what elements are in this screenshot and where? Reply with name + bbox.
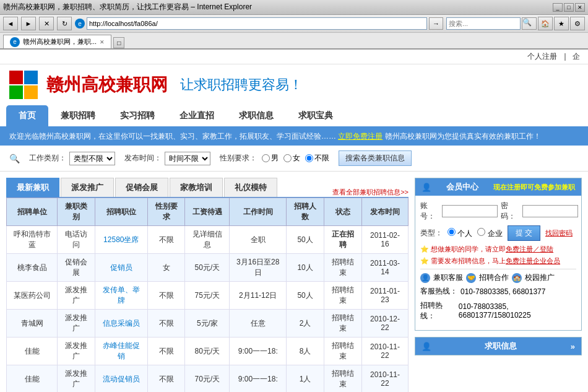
position-link[interactable]: 流动促销员 [103, 375, 140, 383]
cell-count: 8人 [287, 338, 324, 365]
cell-count: 1人 [287, 365, 324, 393]
welcome-after-text: 赣州高校兼职网为您提供真实有效的兼职工作！ [385, 132, 541, 141]
nav-item-direct[interactable]: 企业直招 [167, 105, 227, 126]
job-type-label: 工作类别： [29, 153, 66, 163]
register-login-link[interactable]: 免费注册／登陆 [506, 245, 553, 253]
member-note-2: ⭐ 需要发布招聘信息，马上免费注册企业会员 [420, 256, 576, 266]
gender-male-radio[interactable] [262, 154, 270, 162]
type-personal-label[interactable]: 个人 [447, 228, 472, 239]
type-enterprise-label[interactable]: 企业 [477, 228, 502, 239]
position-link[interactable]: 促销员 [110, 263, 132, 272]
view-all-link[interactable]: 查看全部兼职招聘信息>> [332, 188, 409, 197]
tab-close-button[interactable]: ✕ [100, 39, 105, 45]
site-slogan: 让求职招聘更容易！ [180, 76, 303, 94]
position-link[interactable]: 赤峰佳能促销 [103, 341, 140, 360]
forward-button[interactable]: ► [21, 17, 36, 30]
job-tab-tutoring[interactable]: 家教培训 [170, 178, 223, 197]
search-main-button[interactable]: 搜索各类兼职信息 [339, 150, 412, 166]
find-password-link[interactable]: 找回密码 [545, 229, 573, 238]
browser-search-input[interactable] [446, 17, 521, 30]
main-content: 最新兼职 派发推广 促销会展 家教培训 礼仪模特 查看全部兼职招聘信息>> 招聘… [6, 178, 409, 392]
post-time-label: 发布时间： [124, 153, 162, 163]
browser-search-button[interactable]: 🔍 [522, 17, 537, 30]
job-tab-promo[interactable]: 派发推广 [61, 178, 114, 197]
post-time-select[interactable]: 时间不限 今天 三天内 一周内 [165, 152, 210, 165]
type-enterprise-radio[interactable] [477, 228, 485, 236]
col-count: 招聘人数 [287, 198, 324, 226]
col-category: 兼职类别 [58, 198, 95, 226]
search-bar: 🔍 🏠 ★ ⚙ [446, 17, 585, 30]
cell-gender: 不限 [147, 365, 185, 393]
refresh-button[interactable]: ↻ [57, 17, 72, 30]
table-row[interactable]: 呼和浩特市蓝 电话访问 12580坐席 不限 见详细信息 全职 50人 正在招聘… [7, 226, 409, 254]
position-link[interactable]: 信息采编员 [103, 319, 140, 328]
cell-company: 佳能 [7, 338, 58, 365]
cell-salary: 见详细信息 [185, 226, 230, 254]
restore-button[interactable]: □ [564, 3, 574, 12]
job-type-select[interactable]: 类型不限 促销会展 派发推广 家教培训 礼仪模特 [69, 152, 115, 165]
nav-bar: 首页 兼职招聘 实习招聘 企业直招 求职信息 求职宝典 [0, 105, 588, 128]
campus-promo-icon: 🏫 [512, 273, 522, 283]
close-button[interactable]: ✕ [575, 3, 585, 12]
new-tab-button[interactable]: □ [113, 37, 124, 48]
gender-female-radio[interactable] [283, 154, 292, 162]
job-tab-latest[interactable]: 最新兼职 [6, 178, 59, 197]
enterprise-register-link[interactable]: 免费注册企业会员 [506, 257, 560, 264]
enterprise-link[interactable]: 企 [573, 52, 580, 61]
table-row[interactable]: 佳能 派发推广 赤峰佳能促销 不限 80元/天 9:00一一18: 8人 招聘结… [7, 338, 409, 365]
gender-female-label[interactable]: 女 [283, 153, 300, 163]
favorites-button[interactable]: ★ [554, 17, 569, 30]
nav-item-guide[interactable]: 求职宝典 [286, 105, 345, 126]
gender-field: 性别要求： 男 女 不限 [220, 153, 329, 163]
position-link[interactable]: 12580坐席 [103, 235, 139, 244]
register-link[interactable]: 立即免费注册 [338, 132, 383, 141]
recruit-cooperate-icon: 🤝 [466, 273, 476, 283]
cell-category: 促销会展 [58, 254, 95, 282]
campus-promo-label: 校园推广 [525, 272, 555, 283]
nav-item-internship[interactable]: 实习招聘 [108, 105, 167, 126]
nav-item-resume[interactable]: 求职信息 [227, 105, 286, 126]
job-tab-sales[interactable]: 促销会展 [115, 178, 168, 197]
cell-category: 派发推广 [58, 338, 95, 365]
nav-item-parttime[interactable]: 兼职招聘 [48, 105, 108, 126]
back-button[interactable]: ◄ [3, 17, 18, 30]
cell-company: 青城网 [7, 310, 58, 338]
gender-male-label[interactable]: 男 [262, 153, 279, 163]
logo-block-yellow [24, 85, 38, 99]
table-row[interactable]: 桃李食品 促销会展 促销员 女 50元/天 3月16日至28日 10人 招聘结束… [7, 254, 409, 282]
account-row: 账号： 密码： [420, 201, 576, 222]
password-input[interactable] [522, 205, 578, 217]
cell-position: 赤峰佳能促销 [95, 338, 148, 365]
minimize-button[interactable]: _ [553, 3, 563, 12]
tools-button[interactable]: ⚙ [570, 17, 585, 30]
personal-register-link[interactable]: 个人注册 [527, 52, 557, 61]
table-row[interactable]: 青城网 派发推广 信息采编员 不限 5元/家 任意 2人 招聘结束 2010-1… [7, 310, 409, 338]
home-button[interactable]: 🏠 [538, 17, 553, 30]
nav-item-home[interactable]: 首页 [6, 105, 48, 126]
job-tabs-header: 最新兼职 派发推广 促销会展 家教培训 礼仪模特 查看全部兼职招聘信息>> [6, 178, 409, 198]
login-submit-button[interactable]: 提 交 [508, 225, 540, 241]
site-title: 赣州高校兼职网 [46, 73, 168, 97]
cell-category: 电话访问 [58, 226, 95, 254]
account-input[interactable] [442, 205, 498, 217]
browser-title: 赣州高校兼职网，兼职招聘、求职简历，让找工作更容易 – Internet Exp… [3, 2, 252, 12]
table-row[interactable]: 某医药公司 派发推广 发传单、举牌 不限 75元/天 2月11-12日 50人 … [7, 282, 409, 310]
gender-any-label[interactable]: 不限 [305, 153, 329, 163]
col-position: 招聘职位 [95, 198, 148, 226]
browser-tab-active[interactable]: e 赣州高校兼职网，兼职... ✕ [3, 35, 111, 48]
cell-salary: 5元/家 [185, 310, 230, 338]
parttime-service-label: 兼职客服 [433, 272, 463, 283]
address-input[interactable] [87, 17, 427, 30]
position-link[interactable]: 发传单、举牌 [103, 285, 140, 305]
table-row[interactable]: 佳能 派发推广 流动促销员 不限 70元/天 9:00一一18: 1人 招聘结束… [7, 365, 409, 393]
job-tab-ceremony[interactable]: 礼仪模特 [224, 178, 277, 197]
cell-gender: 不限 [147, 338, 185, 365]
hotline-number: 010-78803385, 66801377 [460, 287, 545, 296]
cell-gender: 不限 [147, 226, 185, 254]
stop-button[interactable]: ✕ [39, 17, 54, 30]
job-info-icon: 👤 [422, 342, 431, 351]
cell-status: 正在招聘 [324, 226, 362, 254]
go-button[interactable]: → [429, 17, 443, 30]
gender-any-radio[interactable] [305, 154, 313, 162]
type-personal-radio[interactable] [447, 228, 456, 236]
